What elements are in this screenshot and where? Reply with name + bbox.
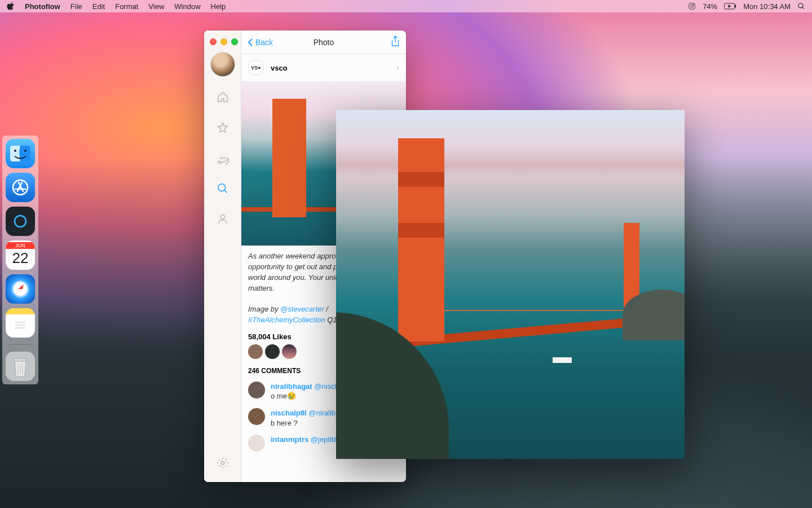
poster-username: vsco: [271, 64, 288, 72]
svg-point-22: [224, 157, 224, 158]
instagram-icon[interactable]: [688, 2, 696, 10]
comment-body: b here ?: [271, 419, 298, 427]
svg-marker-12: [17, 289, 23, 294]
nav-home-icon[interactable]: [211, 86, 234, 108]
calendar-month: JUN: [6, 242, 35, 249]
dock-calendar-icon[interactable]: JUN 22: [6, 240, 35, 270]
svg-point-21: [222, 157, 223, 158]
nav-search-icon[interactable]: [211, 177, 234, 200]
expanded-photo-view[interactable]: [336, 110, 685, 459]
chevron-right-icon: ›: [396, 63, 399, 73]
commenter-avatar[interactable]: [248, 382, 265, 398]
menu-app-name[interactable]: Photoflow: [25, 2, 60, 11]
chevron-left-icon: [247, 38, 253, 47]
menubar: Photoflow File Edit Format View Window H…: [0, 0, 812, 12]
post-header[interactable]: VS● vsco ›: [241, 54, 406, 82]
dock-appstore-icon[interactable]: [6, 173, 35, 202]
svg-line-6: [802, 7, 804, 9]
svg-rect-16: [14, 358, 27, 361]
back-button[interactable]: Back: [247, 38, 273, 47]
dock: JUN 22: [2, 135, 38, 384]
caption-credit-link[interactable]: @stevecarter: [280, 305, 324, 313]
commenter-avatar[interactable]: [248, 408, 265, 425]
svg-point-25: [220, 215, 224, 219]
menu-view[interactable]: View: [148, 2, 164, 11]
window-minimize[interactable]: [220, 38, 227, 45]
window-zoom[interactable]: [231, 38, 238, 45]
window-traffic-lights: [204, 34, 238, 52]
svg-point-5: [798, 3, 803, 8]
liker-avatar[interactable]: [282, 344, 297, 359]
menu-window[interactable]: Window: [174, 2, 200, 11]
svg-line-24: [224, 190, 227, 193]
svg-rect-4: [735, 5, 736, 8]
poster-avatar: VS●: [248, 60, 264, 76]
nav-chat-icon[interactable]: [211, 147, 234, 169]
dock-finder-icon[interactable]: [6, 139, 35, 168]
svg-point-9: [13, 180, 28, 195]
svg-point-20: [220, 157, 220, 158]
page-title: Photo: [314, 38, 334, 47]
nav-star-icon[interactable]: [211, 116, 234, 139]
menu-format[interactable]: Format: [115, 2, 138, 11]
caption-hashtag-link[interactable]: #TheAlchemyCollection: [248, 316, 325, 324]
svg-point-2: [694, 4, 694, 5]
window-close[interactable]: [210, 38, 217, 45]
battery-text: 74%: [703, 2, 717, 11]
svg-point-8: [24, 150, 27, 152]
menu-file[interactable]: File: [70, 2, 82, 11]
svg-point-1: [691, 5, 694, 8]
dock-separator: [8, 344, 33, 345]
dock-photoflow-icon[interactable]: [6, 207, 35, 236]
dock-notes-icon[interactable]: [6, 308, 35, 338]
svg-point-26: [221, 461, 224, 465]
menu-edit[interactable]: Edit: [92, 2, 105, 11]
user-avatar[interactable]: [210, 52, 235, 77]
commenter-username[interactable]: niralibhagat: [271, 382, 312, 391]
sidebar: [204, 30, 241, 482]
nav-settings-gear-icon[interactable]: [211, 452, 234, 474]
liker-avatar[interactable]: [248, 344, 263, 359]
apple-logo-icon[interactable]: [7, 2, 15, 10]
nav-profile-icon[interactable]: [211, 208, 234, 230]
share-icon: [390, 36, 400, 47]
back-label: Back: [255, 38, 273, 47]
spotlight-search-icon[interactable]: [797, 2, 805, 10]
clock[interactable]: Mon 10:34 AM: [743, 2, 791, 11]
share-button[interactable]: [390, 36, 400, 49]
svg-point-23: [218, 184, 225, 191]
svg-point-10: [15, 216, 26, 227]
battery-charging-icon: [724, 3, 736, 10]
menu-help[interactable]: Help: [211, 2, 226, 11]
commenter-username[interactable]: intanmptrs: [271, 435, 308, 444]
svg-point-7: [14, 150, 16, 152]
commenter-avatar[interactable]: [248, 435, 265, 452]
dock-trash-icon[interactable]: [6, 352, 35, 381]
liker-avatar[interactable]: [265, 344, 280, 359]
dock-safari-icon[interactable]: [6, 274, 35, 304]
window-header: Back Photo: [241, 30, 406, 54]
comment-body: o me😢: [271, 392, 296, 400]
calendar-day: 22: [12, 249, 29, 268]
commenter-username[interactable]: nischalp8l: [271, 409, 307, 417]
